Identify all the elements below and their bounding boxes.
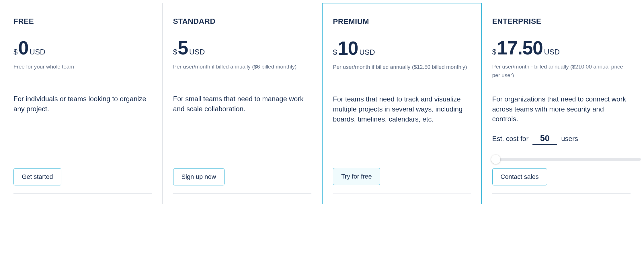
plan-description: For organizations that need to connect w… [492, 94, 631, 124]
est-cost-row: Est. cost for 50 users [492, 133, 631, 145]
plan-card-standard: STANDARD $ 5 USD Per user/month if bille… [163, 3, 322, 204]
divider [492, 193, 631, 194]
currency-symbol: $ [13, 48, 17, 56]
plan-description: For small teams that need to manage work… [173, 94, 312, 114]
price-amount: 0 [18, 38, 28, 57]
plan-card-premium: PREMIUM $ 10 USD Per user/month if bille… [322, 3, 482, 204]
billing-note: Free for your whole team [13, 62, 152, 80]
est-cost-value: 50 [532, 133, 557, 145]
slider-track [492, 158, 641, 161]
billing-note: Per user/month if billed annually ($12.5… [333, 63, 471, 80]
plan-card-free: FREE $ 0 USD Free for your whole team Fo… [3, 3, 163, 204]
plan-title: PREMIUM [333, 17, 471, 26]
price-row: $ 10 USD [333, 39, 471, 58]
price-currency: USD [359, 48, 375, 57]
plan-description: For teams that need to track and visuali… [333, 94, 471, 124]
slider-thumb[interactable] [491, 155, 500, 164]
price-amount: 17.50 [497, 38, 543, 57]
sign-up-now-button[interactable]: Sign up now [173, 168, 225, 185]
get-started-button[interactable]: Get started [13, 168, 61, 185]
plan-card-enterprise: ENTERPRISE $ 17.50 USD Per user/month - … [482, 3, 641, 204]
price-amount: 10 [337, 39, 358, 58]
price-currency: USD [30, 48, 45, 56]
plan-title: STANDARD [173, 17, 312, 26]
divider [333, 193, 471, 193]
currency-symbol: $ [333, 48, 337, 57]
currency-symbol: $ [173, 48, 177, 56]
est-cost-prefix: Est. cost for [492, 135, 529, 143]
price-row: $ 17.50 USD [492, 38, 631, 57]
contact-sales-button[interactable]: Contact sales [492, 168, 547, 185]
est-cost-suffix: users [561, 135, 578, 143]
user-count-slider[interactable] [492, 156, 641, 163]
plan-description: For individuals or teams looking to orga… [13, 94, 152, 114]
plan-title: ENTERPRISE [492, 17, 631, 26]
try-for-free-button[interactable]: Try for free [333, 168, 380, 185]
divider [173, 193, 312, 194]
billing-note: Per user/month if billed annually ($6 bi… [173, 62, 312, 80]
price-currency: USD [189, 48, 205, 56]
price-row: $ 0 USD [13, 38, 152, 57]
price-row: $ 5 USD [173, 38, 312, 57]
divider [13, 193, 152, 194]
pricing-grid: FREE $ 0 USD Free for your whole team Fo… [3, 3, 641, 204]
plan-title: FREE [13, 17, 152, 26]
price-currency: USD [544, 48, 560, 56]
currency-symbol: $ [492, 48, 496, 56]
price-amount: 5 [178, 38, 188, 57]
billing-note: Per user/month - billed annually ($210.0… [492, 62, 631, 80]
